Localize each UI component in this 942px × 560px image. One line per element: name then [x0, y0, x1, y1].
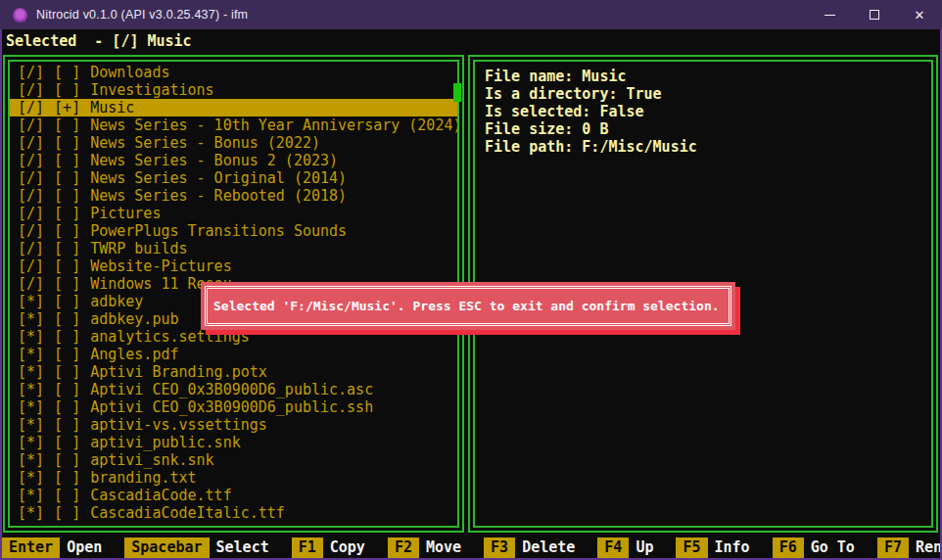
file-list-row[interactable]: [*][ ]CascadiaCodeItalic.ttf — [10, 504, 457, 522]
keybinding[interactable]: F5Info — [676, 537, 756, 558]
entry-check-marker: [ ] — [54, 187, 80, 205]
entry-type-marker: [*] — [18, 381, 44, 398]
keybinding[interactable]: F4Up — [597, 537, 660, 558]
selection-dialog: Selected 'F:/Misc/Music'. Press ESC to e… — [201, 282, 735, 330]
entry-type-marker: [*] — [18, 487, 44, 504]
keybinding-action: Rename — [909, 537, 940, 558]
entry-type-marker: [/] — [18, 257, 44, 275]
minimize-icon — [824, 15, 835, 16]
keybinding[interactable]: EnterOpen — [2, 537, 109, 558]
file-list-row[interactable]: [*][ ]aptivi_snk.snk — [10, 451, 457, 469]
keybinding-action: Info — [708, 537, 757, 558]
keybinding[interactable]: F7Rename — [877, 537, 940, 558]
entry-type-marker: [*] — [18, 398, 44, 416]
minimize-button[interactable] — [807, 0, 852, 29]
entry-type-marker: [*] — [18, 363, 44, 381]
entry-check-marker: [ ] — [54, 117, 80, 134]
entry-check-marker: [+] — [54, 99, 80, 117]
entry-type-marker: [/] — [18, 275, 44, 293]
keybinding-action: Move — [419, 537, 468, 558]
entry-type-marker: [/] — [18, 205, 44, 222]
entry-type-marker: [/] — [18, 99, 44, 117]
scrollbar-thumb[interactable] — [453, 83, 461, 102]
entry-check-marker: [ ] — [54, 398, 80, 416]
entry-check-marker: [ ] — [54, 328, 80, 346]
maximize-button[interactable] — [852, 0, 897, 29]
keybinding[interactable]: SpacebarSelect — [124, 537, 275, 558]
entry-type-marker: [/] — [18, 64, 44, 81]
info-panel-content: File name: MusicIs a directory: TrueIs s… — [475, 62, 931, 156]
selection-dialog-message: Selected 'F:/Misc/Music'. Press ESC to e… — [205, 286, 731, 326]
file-list-row[interactable]: [*][ ]Aptivi CEO_0x3B0900D6_public.ssh — [10, 398, 457, 416]
entry-name: PowerPlugs Transitions Sounds — [90, 222, 347, 240]
entry-check-marker: [ ] — [54, 169, 80, 187]
file-list-row[interactable]: [*][ ]Aptivi Branding.potx — [10, 363, 457, 381]
entry-name: Aptivi CEO_0x3B0900D6_public.asc — [90, 381, 373, 398]
keybinding[interactable]: F6Go To — [773, 537, 862, 558]
entry-type-marker: [*] — [18, 328, 44, 346]
keybinding-action: Up — [629, 537, 660, 558]
entry-type-marker: [*] — [18, 416, 44, 434]
entry-type-marker: [/] — [18, 169, 44, 187]
entry-name: News Series - 10th Year Anniversary (202… — [90, 117, 457, 134]
close-icon: ✕ — [915, 8, 925, 23]
entry-type-marker: [/] — [18, 134, 44, 152]
info-line: Is selected: False — [485, 103, 931, 120]
entry-name: News Series - Bonus (2022) — [90, 134, 320, 152]
keybinding-key: F2 — [388, 537, 419, 558]
entry-check-marker: [ ] — [54, 205, 80, 222]
entry-check-marker: [ ] — [54, 363, 80, 381]
file-list-row[interactable]: [/][ ]News Series - Original (2014) — [10, 169, 457, 187]
keybinding-key: Spacebar — [124, 537, 209, 558]
entry-type-marker: [/] — [18, 117, 44, 134]
entry-check-marker: [ ] — [54, 487, 80, 504]
window-title: Nitrocid v0.1.0 (API v3.0.25.437) - ifm — [36, 8, 248, 22]
file-list-row[interactable]: [*][ ]aptivi-vs.vssettings — [10, 416, 457, 434]
close-button[interactable]: ✕ — [897, 0, 942, 29]
keybinding-action: Delete — [515, 537, 582, 558]
info-line: File path: F:/Misc/Music — [485, 138, 931, 156]
info-line: Is a directory: True — [485, 85, 931, 103]
keybinding-action: Select — [210, 537, 276, 558]
keybinding-key: F7 — [877, 537, 909, 558]
keybinding[interactable]: F2Move — [388, 537, 468, 558]
entry-name: branding.txt — [90, 469, 196, 487]
entry-type-marker: [/] — [18, 152, 44, 169]
entry-check-marker: [ ] — [54, 81, 80, 99]
entry-name: Aptivi CEO_0x3B0900D6_public.ssh — [90, 398, 373, 416]
selection-status: Selected - [/] Music — [6, 32, 192, 50]
file-list-row[interactable]: [/][ ]News Series - Rebooted (2018) — [10, 187, 457, 205]
nitrocid-app-icon — [13, 8, 27, 23]
keybinding-key: F4 — [597, 537, 629, 558]
file-list-row[interactable]: [/][ ]PowerPlugs Transitions Sounds — [10, 222, 457, 240]
file-list-row[interactable]: [*][ ]CascadiaCode.ttf — [10, 487, 457, 504]
file-list-row[interactable]: [/][ ]News Series - Bonus (2022) — [10, 134, 457, 152]
entry-name: aptivi_public.snk — [90, 434, 241, 451]
keybinding-key: F6 — [773, 537, 804, 558]
keybar: EnterOpenSpacebarSelectF1CopyF2MoveF3Del… — [2, 537, 940, 558]
entry-name: analytics.settings — [90, 328, 250, 346]
entry-check-marker: [ ] — [54, 222, 80, 240]
file-list-row[interactable]: [/][ ]News Series - Bonus 2 (2023) — [10, 152, 457, 169]
file-list-row[interactable]: [/][ ]TWRP builds — [10, 240, 457, 257]
keybinding[interactable]: F3Delete — [484, 537, 582, 558]
titlebar: Nitrocid v0.1.0 (API v3.0.25.437) - ifm … — [0, 0, 942, 29]
file-list-row[interactable]: [/][ ]Investigations — [10, 81, 457, 99]
file-list-row[interactable]: [*][ ]branding.txt — [10, 469, 457, 487]
entry-type-marker: [*] — [18, 504, 44, 522]
info-line: File size: 0 B — [485, 120, 931, 138]
file-list-row[interactable]: [/][ ]Pictures — [10, 205, 457, 222]
file-list-row[interactable]: [/][ ]Website-Pictures — [10, 257, 457, 275]
keybinding[interactable]: F1Copy — [292, 537, 372, 558]
entry-name: Angles.pdf — [90, 346, 178, 363]
file-list-row[interactable]: [/][+]Music — [10, 99, 457, 117]
file-list-row[interactable]: [/][ ]News Series - 10th Year Anniversar… — [10, 117, 457, 134]
file-list-row[interactable]: [*][ ]analytics.settings — [10, 328, 457, 346]
file-list-row[interactable]: [*][ ]Aptivi CEO_0x3B0900D6_public.asc — [10, 381, 457, 398]
file-list-row[interactable]: [/][ ]Downloads — [10, 64, 457, 81]
keybinding-action: Go To — [804, 537, 862, 558]
file-list-row[interactable]: [*][ ]aptivi_public.snk — [10, 434, 457, 451]
entry-check-marker: [ ] — [54, 240, 80, 257]
entry-type-marker: [/] — [18, 222, 44, 240]
file-list-row[interactable]: [*][ ]Angles.pdf — [10, 346, 457, 363]
